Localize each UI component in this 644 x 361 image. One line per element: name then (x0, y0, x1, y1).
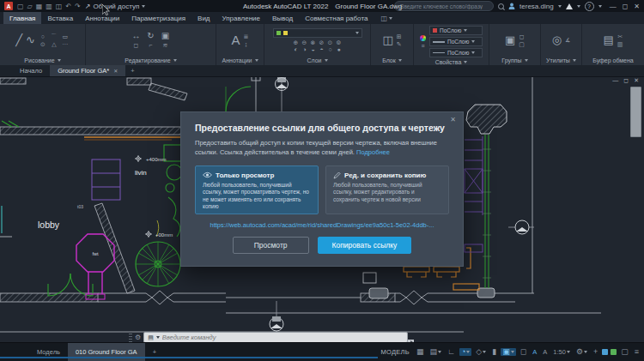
vertical-scrollbar[interactable] (630, 87, 641, 137)
layer-state-icon[interactable]: ○ (328, 46, 331, 52)
panel-modify-label[interactable]: Редактирование (86, 56, 216, 65)
panel-draw-label[interactable]: Рисование (0, 56, 85, 65)
lineweight-dropdown[interactable]: ПоСлою (429, 37, 483, 46)
more-tools-icon[interactable]: ⋯ (62, 41, 68, 47)
view-button[interactable]: Просмотр (233, 237, 309, 254)
isolate-objects-icon[interactable] (611, 349, 617, 355)
new-file-icon[interactable]: ▢ (17, 3, 24, 10)
panel-properties-label[interactable]: Свойства (414, 59, 489, 65)
chevron-down-icon[interactable] (558, 5, 562, 8)
learn-more-link[interactable]: Подробнее (356, 148, 390, 156)
dyn-input-icon[interactable]: ◻ (519, 348, 528, 356)
layer-state-icon[interactable]: ● (337, 46, 340, 52)
autocad-logo-icon[interactable]: A (4, 2, 13, 10)
grid-icon[interactable]: ▦ (415, 348, 426, 356)
panel-annotation-label[interactable]: Аннотации (216, 56, 264, 65)
model-space-label[interactable]: МОДЕЛЬ (380, 348, 410, 356)
snap-icon[interactable]: ▤ (428, 348, 444, 356)
maximize-button[interactable]: ◻ (623, 3, 629, 10)
command-input[interactable] (162, 334, 404, 341)
user-name[interactable]: teresa.ding (519, 3, 554, 10)
linetype-dropdown[interactable]: ПоСлою (429, 48, 483, 57)
file-tab-start[interactable]: Начало (12, 65, 50, 76)
search-icon[interactable] (498, 3, 504, 9)
polyline-tool-icon[interactable]: ∿ (26, 34, 35, 45)
text-tool-icon[interactable]: A (232, 33, 240, 46)
share-url-link[interactable]: https://web.autocad.com/acad/me/rid/shar… (195, 221, 449, 229)
annotation-autoscale-icon[interactable]: A (541, 349, 549, 356)
autosnap-icon[interactable]: ▮ (490, 348, 498, 356)
layer-state-icon[interactable]: ◓ (319, 46, 323, 52)
minimize-button[interactable]: — (610, 3, 617, 10)
plot-icon[interactable]: ◫ (56, 3, 63, 10)
layer-dropdown[interactable] (273, 28, 362, 38)
ungroup-icon[interactable]: ◻ (519, 33, 525, 39)
panel-utilities-label[interactable]: Утилиты (541, 56, 581, 65)
edit-block-icon[interactable]: ✎ (397, 41, 402, 47)
copy-tool-icon[interactable]: ▣ (161, 32, 169, 40)
ribbon-tab-home[interactable]: Главная (3, 12, 41, 24)
ribbon-tab-collaborate[interactable]: Совместная работа (299, 12, 374, 24)
layer-state-icon[interactable]: ◑ (302, 46, 306, 52)
group-edit-icon[interactable]: ▢ (519, 41, 525, 47)
panel-block-label[interactable]: Блок (371, 56, 413, 65)
mirror-tool-icon[interactable]: ◻ (134, 42, 139, 48)
ribbon-tab-parametric[interactable]: Параметризация (125, 12, 191, 24)
line-tool-icon[interactable]: ╱ (15, 34, 22, 45)
color-wheel-icon[interactable] (420, 35, 426, 41)
osnap-icon[interactable]: ▣ (501, 348, 516, 356)
close-tab-icon[interactable]: ✕ (113, 68, 118, 74)
layer-state-icon[interactable]: ⊙ (328, 39, 333, 45)
option-edit-save[interactable]: Ред. и сохранить копию Любой пользовател… (325, 165, 449, 214)
save-as-icon[interactable]: ▥ (46, 3, 52, 10)
save-icon[interactable]: ▦ (36, 3, 43, 10)
layer-state-icon[interactable]: ◒ (311, 46, 314, 52)
hardware-accel-icon[interactable] (602, 349, 608, 355)
close-button[interactable]: ✕ (634, 3, 640, 10)
file-tab-drawing[interactable]: Ground Floor GA* ✕ (50, 65, 125, 76)
ribbon-tab-view[interactable]: Вид (191, 12, 216, 24)
autodesk-logo-icon[interactable] (566, 3, 573, 9)
rectangle-tool-icon[interactable]: ▭ (63, 33, 69, 39)
ribbon-tab-manage[interactable]: Управление (216, 12, 266, 24)
help-icon[interactable]: ? (585, 2, 594, 11)
cut-icon[interactable]: ✂ (617, 33, 623, 39)
new-tab-button[interactable]: + (125, 65, 139, 76)
measure-icon[interactable]: ◎ (552, 34, 562, 45)
isodraft-icon[interactable]: ◇ (474, 348, 488, 356)
leader-tool-icon[interactable]: ↨ (245, 41, 248, 47)
layer-state-icon[interactable]: ⊚ (337, 39, 342, 45)
layer-state-icon[interactable]: ⊘ (319, 39, 325, 45)
crosshair-icon[interactable]: + (592, 348, 599, 356)
annotation-scale-dropdown[interactable]: 1:50 (551, 349, 572, 356)
workspace-gear-icon[interactable]: ⚙ (574, 348, 589, 356)
chevron-down-icon[interactable] (156, 336, 160, 339)
ribbon-tab-output[interactable]: Вывод (266, 12, 299, 24)
viewport-close-button[interactable]: ✕ (634, 77, 639, 84)
arc-tool-icon[interactable]: ⌒ (51, 33, 57, 39)
paste-icon[interactable]: ▤ (604, 34, 614, 45)
move-tool-icon[interactable]: ↔ (132, 32, 141, 40)
chevron-down-icon[interactable] (577, 5, 580, 8)
annotation-visibility-icon[interactable]: A (531, 349, 538, 356)
customize-wrench-icon[interactable]: ⚙ (135, 334, 141, 341)
dialog-close-button[interactable]: ✕ (450, 116, 456, 123)
recent-commands-icon[interactable]: ▤ (148, 334, 154, 340)
option-view-only[interactable]: Только просмотр Любой пользователь, полу… (195, 165, 319, 214)
copy-clip-icon[interactable]: ▥ (617, 41, 623, 47)
panel-layers-label[interactable]: Слои (264, 56, 370, 65)
clean-screen-icon[interactable]: ▢ (619, 348, 630, 356)
ortho-icon[interactable]: ∟ (446, 348, 457, 356)
ribbon-options-icon[interactable]: ◫ (380, 12, 392, 24)
open-icon[interactable]: ▱ (27, 3, 33, 10)
create-block-icon[interactable]: ⊞ (397, 33, 402, 39)
polar-tracking-icon[interactable]: ◔ (459, 348, 471, 356)
ribbon-tab-insert[interactable]: Вставка (41, 12, 79, 24)
share-button[interactable]: ↗ Общий доступ (85, 3, 145, 10)
drag-handle[interactable] (129, 334, 132, 342)
fillet-tool-icon[interactable]: ⌐ (149, 42, 152, 48)
search-input[interactable] (394, 1, 494, 11)
redo-icon[interactable]: ↷ (75, 3, 81, 10)
trim-tool-icon[interactable]: ≋ (163, 42, 168, 48)
layer-state-icon[interactable]: ⊕ (294, 39, 299, 45)
